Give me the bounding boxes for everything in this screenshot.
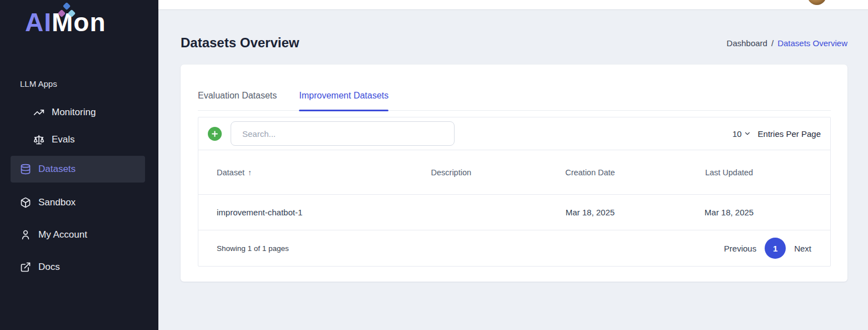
page-size-label: Entries Per Page — [758, 129, 821, 139]
plus-icon — [211, 130, 219, 138]
logo-cubes-icon — [57, 3, 76, 18]
aimon-logo[interactable]: AIMon — [25, 6, 106, 39]
search-input[interactable] — [231, 121, 455, 146]
database-icon — [20, 164, 31, 175]
table-header-row: Dataset ↑ Description Creation Date Last… — [198, 150, 830, 195]
sidebar-item-label: Sandbox — [38, 197, 76, 208]
sidebar-item-monitoring[interactable]: Monitoring — [0, 99, 158, 126]
sidebar-section-llm-apps: LLM Apps — [0, 79, 158, 88]
trending-up-icon — [33, 107, 44, 118]
page-title: Datasets Overview — [181, 35, 299, 51]
sidebar-item-label: Datasets — [38, 164, 76, 175]
column-header-creation-date[interactable]: Creation Date — [521, 168, 660, 177]
tabs: Evaluation Datasets Improvement Datasets — [198, 91, 831, 111]
table-footer: Showing 1 of 1 pages Previous 1 Next — [198, 230, 830, 266]
pagination-controls: Previous 1 Next — [724, 238, 811, 259]
tab-improvement-datasets[interactable]: Improvement Datasets — [299, 91, 388, 110]
external-link-icon — [20, 262, 31, 273]
user-icon — [20, 229, 31, 240]
table-row[interactable]: improvement-chatbot-1 Mar 18, 2025 Mar 1… — [198, 195, 830, 230]
user-avatar[interactable] — [807, 0, 826, 5]
sidebar-item-label: Monitoring — [52, 107, 96, 118]
sidebar-item-evals[interactable]: Evals — [0, 126, 158, 153]
pagination-summary: Showing 1 of 1 pages — [217, 244, 289, 253]
sidebar-item-datasets[interactable]: Datasets — [11, 156, 145, 183]
cell-creation-date: Mar 18, 2025 — [521, 208, 660, 217]
breadcrumb-dashboard[interactable]: Dashboard — [727, 38, 767, 48]
chevron-down-icon — [744, 130, 751, 137]
column-header-dataset[interactable]: Dataset ↑ — [198, 168, 382, 177]
cube-icon — [20, 197, 31, 208]
breadcrumb-current[interactable]: Datasets Overview — [777, 38, 847, 48]
table-toolbar: 10 Entries Per Page — [198, 117, 830, 150]
column-header-last-updated[interactable]: Last Updated — [660, 168, 799, 177]
sidebar-item-sandbox[interactable]: Sandbox — [0, 189, 158, 216]
sidebar-item-my-account[interactable]: My Account — [0, 221, 158, 248]
column-header-description[interactable]: Description — [382, 168, 521, 177]
main-area: Datasets Overview Dashboard / Datasets O… — [158, 0, 868, 330]
breadcrumb: Dashboard / Datasets Overview — [727, 38, 847, 48]
sidebar-item-docs[interactable]: Docs — [0, 254, 158, 280]
datasets-panel: 10 Entries Per Page Dataset ↑ Descriptio… — [198, 117, 831, 267]
tab-evaluation-datasets[interactable]: Evaluation Datasets — [198, 91, 277, 110]
next-page-button[interactable]: Next — [794, 244, 811, 253]
top-bar — [158, 0, 868, 10]
current-page-button[interactable]: 1 — [765, 238, 786, 259]
datasets-card: Evaluation Datasets Improvement Datasets… — [181, 65, 847, 282]
page-size-select[interactable]: 10 — [732, 129, 751, 139]
cell-last-updated: Mar 18, 2025 — [660, 208, 799, 217]
sidebar-item-label: Docs — [38, 262, 60, 273]
sidebar: AIMon LLM Apps Monitoring Evals Datasets… — [0, 0, 158, 330]
sidebar-item-label: My Account — [38, 229, 87, 240]
sidebar-item-label: Evals — [52, 134, 75, 145]
scale-icon — [33, 134, 44, 145]
cell-dataset-name: improvement-chatbot-1 — [198, 208, 382, 217]
add-dataset-button[interactable] — [208, 127, 222, 141]
sort-asc-icon: ↑ — [248, 168, 252, 177]
sidebar-nav: LLM Apps Monitoring Evals Datasets Sandb… — [0, 79, 158, 280]
page-size-value: 10 — [732, 129, 742, 139]
previous-page-button[interactable]: Previous — [724, 244, 756, 253]
breadcrumb-separator: / — [771, 38, 774, 48]
content-area: Datasets Overview Dashboard / Datasets O… — [158, 10, 868, 330]
logo-text-ai: AI — [25, 8, 52, 37]
